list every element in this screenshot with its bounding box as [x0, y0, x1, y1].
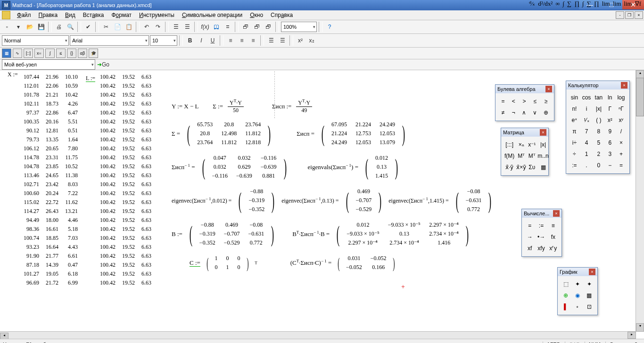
align-icon[interactable]: ☰ [171, 22, 181, 32]
menu-file[interactable]: Файл [13, 11, 35, 19]
zoom-combo[interactable]: 100% [281, 22, 317, 32]
int-icon[interactable]: ∫ [563, 0, 565, 8]
copy-icon[interactable]: 📄 [112, 22, 123, 32]
infty-icon[interactable]: ∞ [555, 0, 560, 8]
scroll-left-icon[interactable]: ◂ [0, 333, 8, 339]
go-button[interactable]: ➜Go [98, 59, 108, 70]
lim2-icon[interactable]: lim [613, 0, 621, 8]
matrix-palette-icon[interactable]: [::] [24, 49, 33, 58]
int2-icon[interactable]: ∫ [582, 0, 584, 8]
web-combo[interactable]: Мой веб-узел [2, 59, 95, 70]
align2-icon[interactable]: ☰ [182, 22, 192, 32]
super-icon[interactable]: x² [295, 35, 305, 46]
undo-icon[interactable]: ↶ [141, 22, 152, 32]
paste-icon[interactable]: 📋 [124, 22, 134, 32]
menu-symbolic[interactable]: Символьные операции [178, 11, 246, 19]
sum2-icon[interactable]: ∑ [587, 0, 591, 8]
preview-icon[interactable]: 🔍 [65, 22, 75, 32]
menu-edit[interactable]: Правка [35, 11, 62, 19]
help-icon[interactable]: ? [324, 22, 335, 32]
calc-palette-icon[interactable]: ∫ [45, 49, 55, 58]
bool-palette-icon[interactable]: ≤ [56, 49, 66, 58]
window-title: Mathcad - [Лабораторная работа 1 (анализ… [12, 2, 152, 8]
eval-close-icon[interactable]: × [553, 210, 560, 217]
D-matrix: (0.012−9.033 × 10⁻⁵2.297 × 10⁻⁴−9.033 × … [334, 220, 471, 248]
eval-palette-icon[interactable]: x= [34, 49, 44, 58]
deriv-icon[interactable]: ᵈ⁄ₓ [529, 0, 535, 8]
menu-format[interactable]: Формат [107, 11, 135, 19]
underline-icon[interactable]: U [207, 35, 218, 46]
doc-minimize[interactable]: - [616, 11, 624, 19]
menu-help[interactable]: Справка [267, 11, 297, 19]
save-icon[interactable]: 💾 [36, 22, 46, 32]
evec3-label: eigenvec(Σисп− 1,1.415) = [388, 196, 448, 204]
calc-icon[interactable]: = [223, 22, 233, 32]
graph-body[interactable]: ⬚✦✦ ⊕◉▦ ▌﹡⊡ [560, 278, 595, 313]
eq-sigmaisp: Σисп := [272, 103, 291, 110]
italic-icon[interactable]: I [196, 35, 206, 46]
bold-icon[interactable]: B [185, 35, 195, 46]
matrix-palette[interactable]: Матрица× [:::]×ₙx⁻¹|x|f(M)MᵀMᵀm..nx̄·ȳx̄… [501, 128, 549, 176]
calc-title: Калькулятор [568, 82, 598, 88]
scroll-down-icon[interactable]: ▾ [636, 323, 644, 332]
ref2-icon[interactable]: 🗗 [252, 22, 262, 32]
sum-icon[interactable]: ∑ [567, 0, 571, 8]
calc-close-icon[interactable]: × [621, 82, 627, 89]
prod2-icon[interactable]: ∏ [594, 0, 599, 8]
unit-icon[interactable]: 🕮 [211, 22, 222, 32]
boolean-palette[interactable]: Булева алгебра× =<>≤≥≠¬∧∨⊕ [495, 84, 554, 121]
calculator-palette-icon[interactable]: ▦ [2, 49, 11, 58]
C-matrix: (100010) [205, 253, 250, 272]
lim-icon[interactable]: lim [602, 0, 610, 8]
new-icon[interactable]: ▫ [2, 22, 12, 32]
doc-close[interactable]: × [635, 11, 643, 19]
bool-title: Булева алгебра [497, 86, 536, 92]
font-combo[interactable]: Arial [70, 35, 149, 46]
deriv2-icon[interactable]: d²/dx² [538, 0, 553, 8]
horizontal-scrollbar[interactable]: ◂ ▸ [0, 331, 636, 339]
graph-palette[interactable]: График× ⬚✦✦ ⊕◉▦ ▌﹡⊡ [557, 267, 598, 315]
eigenvals-label: eigenvals(Σисп− 1) = [308, 163, 358, 171]
open-icon[interactable]: 📂 [25, 22, 35, 32]
sigmaisp-eq-label: Σисп = [297, 130, 314, 138]
graph-palette-icon[interactable]: ∿ [13, 49, 22, 58]
workspace[interactable]: X := 107.4421.9610.10112.0122.0610.59101… [0, 70, 644, 339]
align-center-icon[interactable]: ≡ [237, 35, 247, 46]
C-label: C := [190, 259, 200, 267]
style-combo[interactable]: Normal [2, 35, 69, 46]
prog-palette-icon[interactable]: {} [67, 49, 76, 58]
eq-Y: Y := X − L [172, 103, 199, 110]
sym-palette-icon[interactable]: 🎓 [89, 49, 98, 58]
menu-window[interactable]: Окно [246, 11, 267, 19]
ref1-icon[interactable]: 🗗 [240, 22, 251, 32]
fx-icon[interactable]: f(x) [200, 22, 210, 32]
menu-insert[interactable]: Вставка [79, 11, 108, 19]
vertical-scrollbar[interactable]: ▴ ▾ [636, 70, 644, 332]
calculator-palette[interactable]: Калькулятор× sincostanlnlogn!i|x|ΓⁿΓeˣ¹⁄… [566, 81, 630, 174]
align-left-icon[interactable]: ≡ [225, 35, 236, 46]
lim3-icon[interactable]: lim [624, 0, 632, 8]
print-icon[interactable]: 🖨 [54, 22, 64, 32]
size-combo[interactable]: 10 [150, 35, 177, 46]
redo-icon[interactable]: ↷ [153, 22, 163, 32]
sub-icon[interactable]: x₂ [306, 35, 317, 46]
spell-icon[interactable]: ✔ [83, 22, 93, 32]
bool-close-icon[interactable]: × [545, 86, 552, 92]
greek-palette-icon[interactable]: αβ [78, 49, 87, 58]
bullets-icon[interactable]: ☰ [266, 35, 276, 46]
menu-view[interactable]: Вид [61, 11, 79, 19]
menu-tools[interactable]: Инструменты [135, 11, 178, 19]
new-dd-icon[interactable]: ▾ [13, 22, 24, 32]
ref3-icon[interactable]: 🗗 [263, 22, 273, 32]
eval-palette[interactable]: Вычисле...× =:=≡→•→fxxfxfyxᶠy [521, 209, 562, 257]
scroll-right-icon[interactable]: ▸ [627, 332, 636, 339]
matrix-close-icon[interactable]: × [540, 129, 546, 136]
numbers-icon[interactable]: ☰ [277, 35, 288, 46]
scroll-thumb[interactable] [636, 78, 644, 116]
align-right-icon[interactable]: ≡ [248, 35, 258, 46]
graph-close-icon[interactable]: × [589, 269, 595, 275]
grad-icon[interactable]: ∇f [635, 0, 641, 8]
doc-restore[interactable]: ❐ [625, 11, 634, 19]
prod-icon[interactable]: ∏ [574, 0, 579, 8]
cut-icon[interactable]: ✂ [101, 22, 111, 32]
